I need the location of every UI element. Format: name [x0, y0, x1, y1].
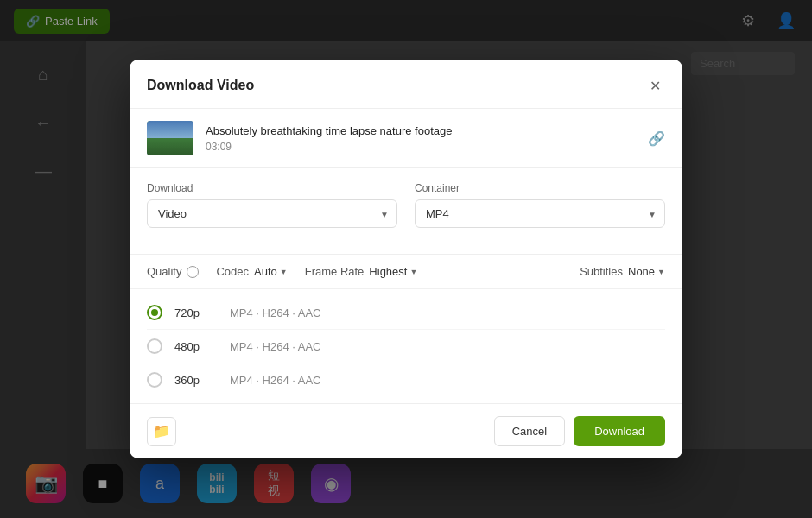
thumb-land — [147, 138, 193, 155]
container-group: Container MP4 MKV WebM ▼ — [415, 182, 665, 228]
quality-list: 720p MP4 · H264 · AAC 480p MP4 · H264 · … — [130, 289, 682, 403]
container-select[interactable]: MP4 MKV WebM — [415, 199, 665, 228]
subtitles-label: Subtitles — [580, 265, 623, 278]
quality-res-480p: 480p — [174, 340, 218, 353]
quality-res-360p: 360p — [174, 374, 218, 387]
cancel-button[interactable]: Cancel — [494, 416, 565, 446]
quality-info-icon[interactable]: i — [187, 266, 199, 278]
download-button[interactable]: Download — [574, 416, 665, 446]
modal-footer: 📁 Cancel Download — [130, 403, 682, 458]
codec-option-group: Codec Auto ▼ — [216, 265, 287, 278]
subtitles-arrow: ▼ — [657, 268, 665, 276]
frame-rate-option-group: Frame Rate Highest ▼ — [305, 265, 418, 278]
quality-option-group: Quality i — [147, 265, 199, 278]
frame-rate-arrow: ▼ — [409, 268, 417, 276]
quality-item-480p[interactable]: 480p MP4 · H264 · AAC — [147, 330, 665, 363]
quality-spec-720p: MP4 · H264 · AAC — [230, 306, 321, 319]
codec-arrow: ▼ — [280, 268, 288, 276]
download-type-select[interactable]: Video Audio — [147, 199, 397, 228]
subtitles-value: None — [628, 265, 655, 278]
thumb-sky — [147, 121, 193, 140]
modal-title: Download Video — [147, 78, 254, 93]
video-duration: 03:09 — [206, 141, 636, 153]
video-thumbnail — [147, 121, 193, 155]
close-button[interactable]: ✕ — [644, 75, 665, 96]
footer-left: 📁 — [147, 417, 176, 446]
copy-link-icon[interactable]: 🔗 — [648, 130, 665, 147]
quality-spec-360p: MP4 · H264 · AAC — [230, 374, 321, 387]
quality-item-720p[interactable]: 720p MP4 · H264 · AAC — [147, 296, 665, 330]
video-title: Absolutely breathtaking time lapse natur… — [206, 123, 636, 139]
quality-label: Quality — [147, 265, 181, 278]
quality-res-720p: 720p — [174, 306, 218, 319]
quality-spec-480p: MP4 · H264 · AAC — [230, 340, 321, 353]
radio-720p[interactable] — [147, 305, 162, 320]
frame-rate-select[interactable]: Highest ▼ — [369, 265, 417, 278]
download-type-label: Download — [147, 182, 397, 194]
video-info-row: Absolutely breathtaking time lapse natur… — [130, 109, 682, 168]
radio-480p[interactable] — [147, 338, 162, 354]
footer-right: Cancel Download — [494, 416, 665, 446]
video-meta: Absolutely breathtaking time lapse natur… — [206, 123, 636, 153]
options-row: Quality i Codec Auto ▼ Frame Rate Highes… — [130, 255, 682, 289]
modal-overlay: Download Video ✕ Absolutely breathtaking… — [0, 0, 812, 518]
frame-rate-label: Frame Rate — [305, 265, 365, 278]
download-modal: Download Video ✕ Absolutely breathtaking… — [130, 60, 682, 458]
container-label: Container — [415, 182, 665, 194]
subtitles-option-group: Subtitles None ▼ — [580, 265, 665, 278]
frame-rate-value: Highest — [369, 265, 407, 278]
form-section: Download Video Audio ▼ Container MP4 — [130, 168, 682, 255]
radio-360p[interactable] — [147, 372, 162, 388]
folder-button[interactable]: 📁 — [147, 417, 176, 446]
quality-item-360p[interactable]: 360p MP4 · H264 · AAC — [147, 363, 665, 396]
codec-label: Codec — [216, 265, 249, 278]
codec-select[interactable]: Auto ▼ — [254, 265, 288, 278]
codec-value: Auto — [254, 265, 277, 278]
download-type-select-wrapper: Video Audio ▼ — [147, 199, 397, 228]
download-type-group: Download Video Audio ▼ — [147, 182, 397, 228]
radio-dot-720p — [151, 309, 158, 316]
form-row: Download Video Audio ▼ Container MP4 — [147, 182, 665, 228]
container-select-wrapper: MP4 MKV WebM ▼ — [415, 199, 665, 228]
modal-header: Download Video ✕ — [130, 60, 682, 109]
subtitles-select[interactable]: None ▼ — [628, 265, 665, 278]
